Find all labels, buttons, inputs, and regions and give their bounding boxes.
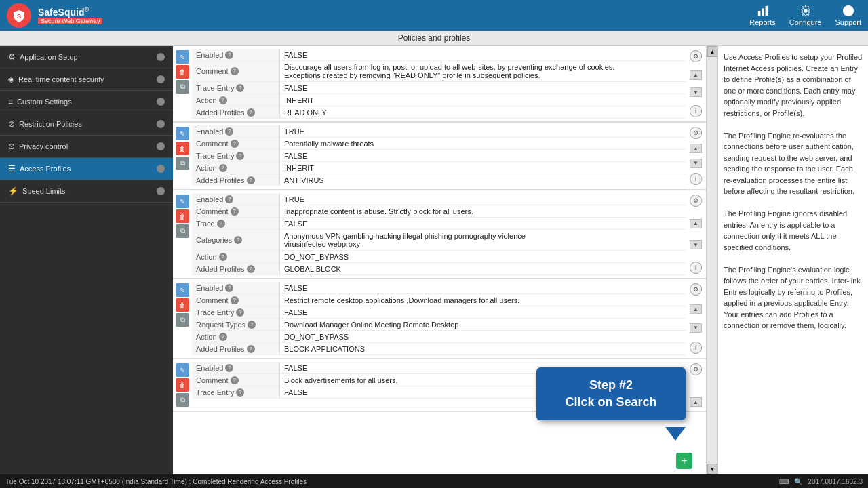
scroll-top-button[interactable]: ▲ bbox=[707, 46, 718, 57]
delete-button[interactable]: 🗑 bbox=[176, 378, 189, 392]
sidebar-item-privacy-control[interactable]: ⊙ Privacy control ? bbox=[0, 136, 173, 158]
svg-rect-3 bbox=[765, 5, 768, 15]
field-row: Trace Entry? FALSE bbox=[192, 150, 686, 162]
topnav: S SafeSquid® Secure Web Gateway Reports … bbox=[0, 0, 868, 30]
info-icon-access-profiles: ? bbox=[157, 165, 165, 173]
delete-button[interactable]: 🗑 bbox=[176, 65, 189, 79]
scroll-down-button[interactable]: ▼ bbox=[690, 87, 702, 97]
settings-circle-button[interactable]: ⚙ bbox=[690, 195, 702, 207]
scroll-up-button[interactable]: ▲ bbox=[690, 397, 702, 407]
sidebar: ⚙ Application Setup ? ◈ Real time conten… bbox=[0, 46, 173, 474]
scroll-up-button[interactable]: ▲ bbox=[690, 304, 702, 314]
settings-circle-button[interactable]: ⚙ bbox=[690, 283, 702, 296]
real-time-icon: ◈ bbox=[8, 75, 14, 84]
settings-circle-button[interactable]: ⚙ bbox=[690, 50, 702, 62]
field-info-icon: ? bbox=[247, 108, 255, 117]
settings-circle-button[interactable]: ⚙ bbox=[690, 363, 702, 375]
support-nav-button[interactable]: ? Support bbox=[835, 5, 861, 26]
field-value: DO_NOT_BYPASS bbox=[280, 251, 686, 262]
edit-button[interactable]: ✎ bbox=[176, 195, 189, 208]
logo-area: S SafeSquid® Secure Web Gateway bbox=[7, 3, 102, 28]
keyboard-icon[interactable]: ⌨ bbox=[779, 478, 789, 485]
sidebar-item-custom-settings[interactable]: ≡ Custom Settings ? bbox=[0, 91, 173, 113]
status-right: ⌨ 🔍 2017.0817.1602.3 bbox=[779, 478, 863, 485]
field-label: Comment? bbox=[192, 374, 280, 386]
field-info-icon: ? bbox=[231, 140, 239, 148]
policy-fields: Enabled? TRUE Comment? Potentially malwa… bbox=[192, 125, 686, 186]
edit-button[interactable]: ✎ bbox=[176, 283, 189, 297]
field-label: Trace Entry? bbox=[192, 82, 280, 94]
field-row: Categories? Anonymous VPN gambling hacki… bbox=[192, 230, 686, 251]
edit-button[interactable]: ✎ bbox=[176, 50, 189, 64]
info-circle-button[interactable]: i bbox=[690, 105, 702, 117]
status-text: Tue Oct 10 2017 13:07:11 GMT+0530 (India… bbox=[5, 478, 307, 485]
field-row: Comment? Potentially malware threats bbox=[192, 138, 686, 150]
field-row: Enabled? FALSE bbox=[192, 49, 686, 61]
configure-nav-button[interactable]: Configure bbox=[789, 5, 822, 26]
edit-button[interactable]: ✎ bbox=[176, 127, 189, 140]
field-value: INHERIT bbox=[280, 162, 686, 174]
scroll-down-button[interactable]: ▼ bbox=[690, 323, 702, 333]
tooltip-text: Step #2Click on Search bbox=[565, 378, 656, 409]
sidebar-item-real-time-content[interactable]: ◈ Real time content security ? bbox=[0, 68, 173, 91]
field-info-icon: ? bbox=[234, 236, 242, 244]
reports-nav-button[interactable]: Reports bbox=[749, 5, 776, 26]
policy-right-col: ⚙ ▲ ▼ i bbox=[686, 125, 706, 186]
delete-button[interactable]: 🗑 bbox=[176, 209, 189, 223]
field-info-icon: ? bbox=[219, 253, 227, 261]
search-icon[interactable]: 🔍 bbox=[794, 478, 802, 485]
field-row: Comment? Inappropriate content is abuse.… bbox=[192, 205, 686, 218]
field-row: Added Profiles? GLOBAL BLOCK bbox=[192, 263, 686, 275]
speed-limits-icon: ⚡ bbox=[8, 186, 18, 196]
logo-subtitle: Secure Web Gateway bbox=[38, 18, 102, 24]
copy-button[interactable]: ⧉ bbox=[176, 224, 189, 238]
info-icon-custom-settings: ? bbox=[157, 98, 165, 106]
policy-fields: Enabled? TRUE Comment? Inappropriate con… bbox=[192, 193, 686, 275]
content-area: ✎ 🗑 ⧉ Enabled? FALSE Comment? Discou bbox=[173, 46, 868, 474]
policy-entry-header: ✎ 🗑 ⧉ Enabled? TRUE Comment? Inappro bbox=[173, 193, 706, 275]
add-policy-button[interactable]: + bbox=[676, 453, 692, 469]
sidebar-item-access-profiles[interactable]: ☰ Access Profiles ? bbox=[0, 158, 173, 180]
status-bar: Tue Oct 10 2017 13:07:11 GMT+0530 (India… bbox=[0, 474, 868, 488]
scroll-bottom-button[interactable]: ▼ bbox=[707, 464, 718, 474]
field-value: Inappropriate content is abuse. Strictly… bbox=[280, 205, 686, 217]
scroll-up-button[interactable]: ▲ bbox=[690, 144, 702, 153]
delete-button[interactable]: 🗑 bbox=[176, 142, 189, 155]
info-circle-button[interactable]: i bbox=[690, 342, 702, 354]
info-circle-button[interactable]: i bbox=[690, 262, 702, 274]
right-panel: Use Access Profiles to setup your Profil… bbox=[717, 46, 868, 474]
scroll-up-button[interactable]: ▲ bbox=[690, 70, 702, 80]
support-label: Support bbox=[835, 18, 861, 26]
field-row: Trace? FALSE bbox=[192, 218, 686, 230]
field-value: ANTIVIRUS bbox=[280, 174, 686, 186]
copy-button[interactable]: ⧉ bbox=[176, 157, 189, 170]
scroll-down-button[interactable]: ▼ bbox=[690, 240, 702, 249]
field-value: FALSE bbox=[280, 282, 686, 293]
info-circle-button[interactable]: i bbox=[690, 173, 702, 185]
field-value: TRUE bbox=[280, 193, 686, 205]
copy-button[interactable]: ⧉ bbox=[176, 393, 189, 407]
sidebar-item-label: Restriction Policies bbox=[19, 120, 82, 128]
copy-button[interactable]: ⧉ bbox=[176, 313, 189, 327]
sidebar-item-restriction-policies[interactable]: ⊘ Restriction Policies ? bbox=[0, 113, 173, 136]
sidebar-item-application-setup[interactable]: ⚙ Application Setup ? bbox=[0, 46, 173, 68]
field-info-icon: ? bbox=[248, 321, 256, 329]
reports-label: Reports bbox=[749, 18, 776, 26]
scroll-down-button[interactable]: ▼ bbox=[690, 159, 702, 168]
application-setup-icon: ⚙ bbox=[8, 52, 16, 62]
field-label: Trace? bbox=[192, 218, 280, 229]
nav-right: Reports Configure ? Support bbox=[749, 5, 861, 26]
delete-button[interactable]: 🗑 bbox=[176, 298, 189, 312]
policy-right-col: ⚙ ▲ ▼ i bbox=[686, 49, 706, 119]
field-row: Added Profiles? READ ONLY bbox=[192, 106, 686, 119]
sidebar-item-speed-limits[interactable]: ⚡ Speed Limits ? bbox=[0, 180, 173, 203]
field-label: Added Profiles? bbox=[192, 263, 280, 274]
field-value: FALSE bbox=[280, 218, 686, 229]
edit-button[interactable]: ✎ bbox=[176, 363, 189, 377]
field-row: Request Types? Download Manager Online M… bbox=[192, 319, 686, 331]
copy-button[interactable]: ⧉ bbox=[176, 80, 189, 94]
field-value: FALSE bbox=[280, 49, 686, 60]
svg-rect-2 bbox=[762, 8, 764, 16]
scroll-up-button[interactable]: ▲ bbox=[690, 219, 702, 228]
settings-circle-button[interactable]: ⚙ bbox=[690, 127, 702, 139]
